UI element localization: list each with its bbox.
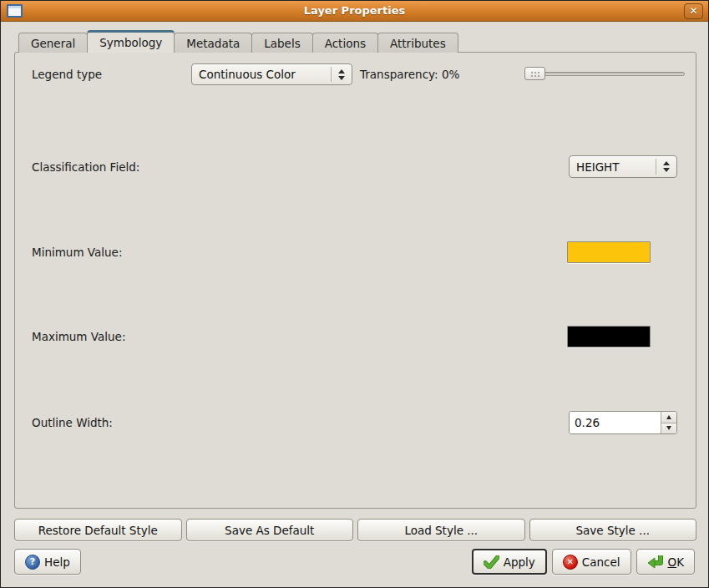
button-label: Apply [504, 555, 535, 569]
spin-down-button[interactable] [661, 423, 676, 434]
combo-updown-icon[interactable] [332, 69, 352, 80]
tab-label: Labels [264, 37, 300, 50]
arrow-down-icon [666, 426, 671, 430]
tab-actions[interactable]: Actions [312, 33, 378, 53]
dialog-buttons-row: Apply ✕ Cancel OK [472, 549, 695, 575]
slider-handle[interactable] [524, 67, 545, 80]
close-icon: ✕ [689, 5, 697, 17]
classification-field-combobox[interactable]: HEIGHT [569, 155, 677, 178]
symbology-tab-panel [14, 52, 696, 509]
transparency-label: Transparency: 0% [360, 65, 459, 84]
restore-default-style-button[interactable]: Restore Default Style [14, 519, 182, 541]
classification-field-label: Classification Field: [32, 158, 139, 176]
window-title: Layer Properties [1, 4, 708, 17]
tab-attributes[interactable]: Attributes [377, 33, 458, 53]
minimum-value-color-swatch[interactable] [567, 241, 651, 263]
tab-label: Attributes [390, 37, 446, 50]
save-style-button[interactable]: Save Style ... [529, 519, 697, 541]
button-label: Save As Default [225, 524, 314, 537]
tab-label: Symbology [99, 36, 162, 49]
tab-metadata[interactable]: Metadata [174, 33, 252, 53]
save-as-default-button[interactable]: Save As Default [186, 519, 354, 541]
style-buttons-row: Restore Default Style Save As Default Lo… [14, 519, 696, 541]
spin-up-button[interactable] [661, 412, 676, 423]
legend-type-label: Legend type [32, 65, 102, 84]
button-label: Load Style ... [404, 524, 478, 537]
help-area: ? Help [14, 549, 81, 575]
checkmark-icon [484, 555, 499, 569]
legend-type-value: Continuous Color [192, 68, 331, 81]
button-label: OK [668, 555, 685, 569]
apply-button[interactable]: Apply [472, 549, 547, 575]
load-style-button[interactable]: Load Style ... [357, 519, 525, 541]
tab-label: Actions [325, 37, 366, 50]
enter-arrow-icon [647, 555, 664, 569]
legend-type-combobox[interactable]: Continuous Color [191, 63, 352, 85]
outline-width-label: Outline Width: [32, 413, 113, 432]
button-label: Cancel [582, 555, 620, 569]
maximum-value-label: Maximum Value: [32, 327, 125, 346]
tab-labels[interactable]: Labels [251, 33, 312, 53]
outline-width-input[interactable] [570, 412, 661, 433]
outline-width-spinbox[interactable] [569, 411, 677, 434]
transparency-slider[interactable] [524, 66, 685, 81]
tab-bar: General Symbology Metadata Labels Action… [18, 30, 458, 53]
cancel-icon: ✕ [563, 555, 578, 570]
tab-label: General [31, 37, 75, 50]
titlebar[interactable]: Layer Properties ✕ [1, 1, 708, 22]
combo-updown-icon[interactable] [656, 161, 676, 172]
cancel-button[interactable]: ✕ Cancel [552, 549, 631, 575]
tab-general[interactable]: General [18, 33, 88, 53]
button-label: Restore Default Style [38, 524, 158, 537]
classification-field-value: HEIGHT [570, 160, 656, 174]
help-button[interactable]: ? Help [14, 549, 81, 575]
slider-track[interactable] [524, 72, 685, 76]
close-button[interactable]: ✕ [684, 3, 703, 19]
layer-properties-dialog: Layer Properties ✕ General Symbology Met… [0, 0, 709, 588]
button-label: Help [44, 555, 70, 569]
arrow-up-icon [666, 415, 671, 419]
minimum-value-label: Minimum Value: [32, 243, 122, 261]
maximum-value-color-swatch[interactable] [567, 326, 651, 347]
help-icon: ? [25, 555, 40, 570]
tab-label: Metadata [186, 37, 240, 50]
spin-buttons [661, 412, 676, 433]
tab-symbology[interactable]: Symbology [87, 30, 175, 53]
button-label: Save Style ... [575, 524, 650, 537]
ok-button[interactable]: OK [636, 549, 696, 575]
